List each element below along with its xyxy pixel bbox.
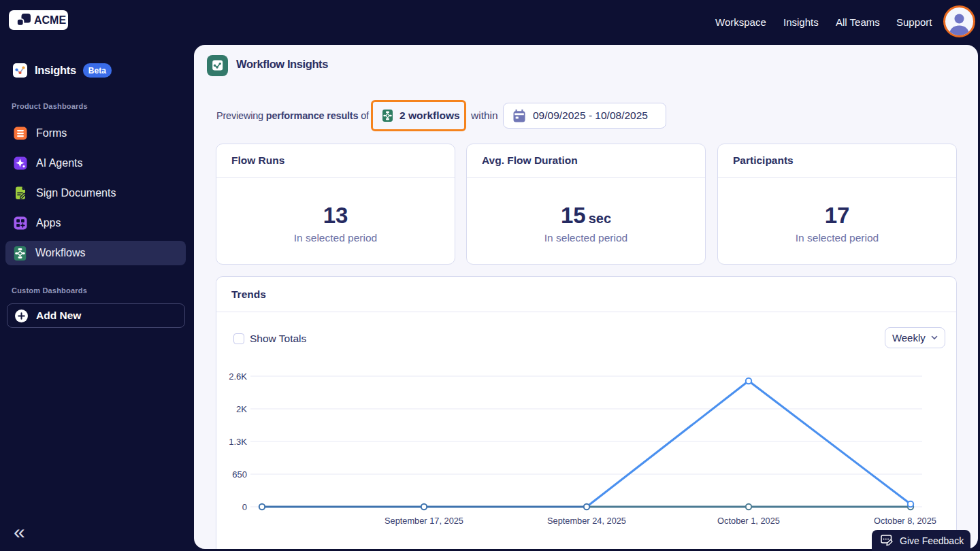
svg-text:October 8, 2025: October 8, 2025: [874, 516, 936, 526]
svg-text:September 24, 2025: September 24, 2025: [547, 516, 626, 526]
svg-text:650: 650: [232, 469, 247, 480]
svg-text:September 17, 2025: September 17, 2025: [385, 516, 463, 526]
svg-text:0: 0: [242, 502, 247, 512]
svg-text:October 1, 2025: October 1, 2025: [717, 516, 780, 526]
svg-text:1.3K: 1.3K: [229, 437, 247, 447]
svg-text:2.6K: 2.6K: [229, 371, 247, 382]
svg-text:2K: 2K: [236, 404, 247, 414]
